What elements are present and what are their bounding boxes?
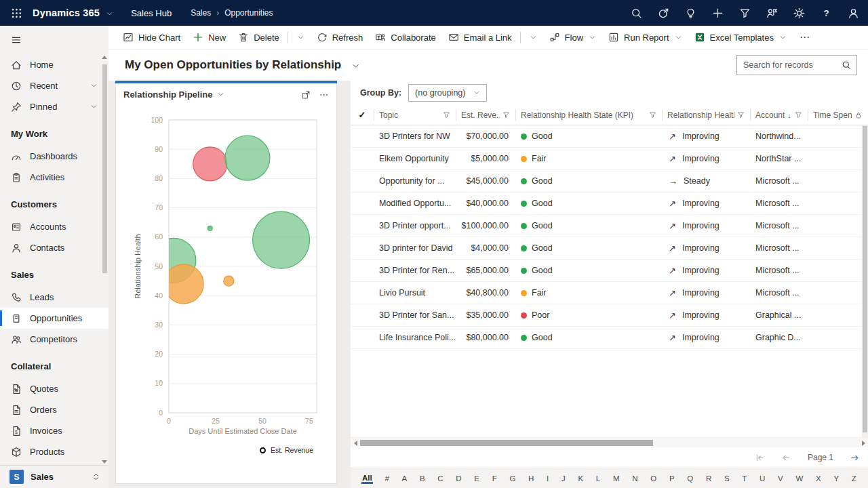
chart-bubble[interactable]: [253, 211, 310, 268]
jump-to-h[interactable]: H: [528, 473, 534, 484]
jump-to-f[interactable]: F: [492, 473, 498, 484]
cell-topic[interactable]: 3D printer for David: [374, 243, 456, 253]
scroll-down-icon[interactable]: [102, 460, 107, 464]
table-row[interactable]: Modified Opportu...$40,000.00Good↗Improv…: [351, 192, 868, 215]
cell-topic[interactable]: Elkem Opportunity: [374, 154, 456, 163]
search-button[interactable]: [623, 0, 650, 26]
jump-to-r[interactable]: R: [705, 473, 712, 484]
column-header-topic[interactable]: Topic: [374, 105, 456, 125]
jump-to-e[interactable]: E: [473, 473, 480, 484]
table-row[interactable]: Opportunity for ...$45,000.00Good→Steady…: [351, 170, 868, 192]
sidebar-item-products[interactable]: Products: [0, 441, 108, 462]
vertical-scrollbar[interactable]: [862, 125, 868, 437]
table-row[interactable]: 3D Printers for NW$70,000.00Good↗Improvi…: [351, 125, 868, 148]
table-row[interactable]: Life Insurance Poli...$80,000.00Good↗Imp…: [351, 327, 868, 349]
cell-account[interactable]: Microsoft ...: [750, 221, 808, 230]
jump-to-v[interactable]: V: [777, 473, 784, 484]
jump-to-w[interactable]: W: [795, 473, 804, 484]
chart-bubble[interactable]: [224, 276, 234, 286]
breadcrumb-page[interactable]: Opportunities: [224, 8, 273, 18]
table-row[interactable]: 3D Printer opport...$100,000.00Good↗Impr…: [351, 215, 868, 237]
jump-to-d[interactable]: D: [455, 473, 462, 484]
jump-to-x[interactable]: X: [815, 473, 822, 484]
chevron-down-icon[interactable]: [217, 91, 224, 98]
sidebar-item-accounts[interactable]: Accounts: [0, 216, 108, 237]
jump-to-p[interactable]: P: [669, 473, 675, 484]
breadcrumb-area[interactable]: Sales: [191, 8, 211, 18]
app-launcher-button[interactable]: [0, 0, 33, 26]
jump-to-c[interactable]: C: [437, 473, 443, 484]
jump-to-b[interactable]: B: [419, 473, 426, 484]
sidebar-item-contacts[interactable]: Contacts: [0, 237, 108, 258]
cell-account[interactable]: Microsoft ...: [750, 266, 808, 275]
filter-icon[interactable]: [737, 111, 745, 119]
delete-button[interactable]: Delete: [232, 28, 285, 46]
new-button[interactable]: New: [186, 28, 232, 46]
quick-create-button[interactable]: [704, 0, 731, 26]
cell-topic[interactable]: Livio Pursuit: [374, 288, 456, 298]
jump-to-a[interactable]: A: [401, 473, 408, 484]
collapse-sitemap-button[interactable]: [0, 26, 108, 54]
scrollbar-thumb[interactable]: [360, 440, 653, 446]
sidebar-item-home[interactable]: Home: [0, 54, 108, 75]
column-header-account[interactable]: Account↓: [750, 105, 808, 125]
cell-topic[interactable]: 3D Printer for Ren...: [374, 266, 456, 275]
first-page-button[interactable]: [755, 453, 765, 463]
chart-selector[interactable]: Relationship Pipeline: [123, 89, 224, 100]
email-a-link-button[interactable]: Email a Link: [442, 28, 518, 46]
scrollbar-thumb[interactable]: [863, 126, 867, 432]
cell-topic[interactable]: Modified Opportu...: [374, 199, 456, 208]
jump-to-s[interactable]: S: [724, 473, 730, 484]
hub-name[interactable]: Sales Hub: [131, 8, 172, 18]
overflow-button[interactable]: ⋯: [793, 31, 817, 43]
more-commands-chevron[interactable]: [290, 28, 311, 46]
cell-topic[interactable]: 3D Printer opport...: [374, 221, 456, 230]
sidebar-item-dashboards[interactable]: Dashboards: [0, 146, 108, 167]
search-input[interactable]: [737, 60, 836, 70]
cell-account[interactable]: Northwind...: [750, 131, 808, 141]
chart-bubble[interactable]: [193, 147, 227, 181]
settings-button[interactable]: [785, 0, 812, 26]
filter-icon[interactable]: [795, 111, 802, 119]
chart-more-commands-button[interactable]: ⋯: [319, 89, 329, 100]
column-header-relationship-health[interactable]: Relationship Health ...: [662, 105, 750, 125]
jump-to-n[interactable]: N: [631, 473, 638, 484]
jump-to-k[interactable]: K: [577, 473, 584, 484]
jump-to-m[interactable]: M: [612, 473, 620, 484]
filter-button[interactable]: [731, 0, 758, 26]
previous-page-button[interactable]: [781, 453, 791, 463]
cell-topic[interactable]: 3D Printers for NW: [374, 131, 456, 141]
table-row[interactable]: 3D Printer for San...$35,000.00Poor↗Impr…: [351, 304, 868, 327]
scroll-up-icon[interactable]: [102, 56, 107, 59]
sidebar-item-competitors[interactable]: Competitors: [0, 329, 108, 350]
column-header-est-reve[interactable]: Est. Reve...: [456, 105, 515, 125]
column-header-time-spent-by[interactable]: Time Spent by: [808, 105, 868, 125]
refresh-button[interactable]: Refresh: [311, 28, 370, 46]
chart-bubble[interactable]: [164, 264, 203, 304]
collaborate-button[interactable]: Collaborate: [369, 28, 442, 46]
scroll-left-icon[interactable]: [354, 441, 357, 446]
column-header-relationship-health-state-kpi[interactable]: Relationship Health State (KPI): [515, 105, 662, 125]
area-switcher[interactable]: S Sales: [0, 465, 108, 488]
filter-icon[interactable]: [649, 111, 656, 119]
jump-to-g[interactable]: G: [509, 473, 516, 484]
cell-account[interactable]: Microsoft ...: [750, 176, 808, 186]
jump-to-j[interactable]: J: [561, 473, 566, 484]
area-switch-icon[interactable]: [92, 472, 100, 481]
assistant-button[interactable]: [650, 0, 677, 26]
next-page-button[interactable]: [850, 453, 860, 463]
sidebar-item-leads[interactable]: Leads: [0, 287, 108, 308]
view-selector[interactable]: My Open Opportunities by Relationship: [125, 58, 360, 72]
cell-account[interactable]: NorthStar ...: [750, 154, 808, 163]
jump-to-t[interactable]: T: [741, 473, 747, 484]
chevron-down-icon[interactable]: [351, 62, 360, 70]
filter-icon[interactable]: [502, 111, 510, 119]
table-row[interactable]: Livio Pursuit$40,800.00Fair↗ImprovingMic…: [351, 282, 868, 304]
more-commands-chevron[interactable]: [523, 28, 543, 46]
cell-topic[interactable]: Life Insurance Poli...: [374, 333, 456, 342]
select-all-checkbox[interactable]: ✓: [351, 105, 374, 125]
hide-chart-button[interactable]: Hide Chart: [117, 28, 186, 46]
jump-to-l[interactable]: L: [595, 473, 601, 484]
group-by-dropdown[interactable]: (no grouping): [408, 84, 487, 102]
jump-to-o[interactable]: O: [650, 473, 657, 484]
